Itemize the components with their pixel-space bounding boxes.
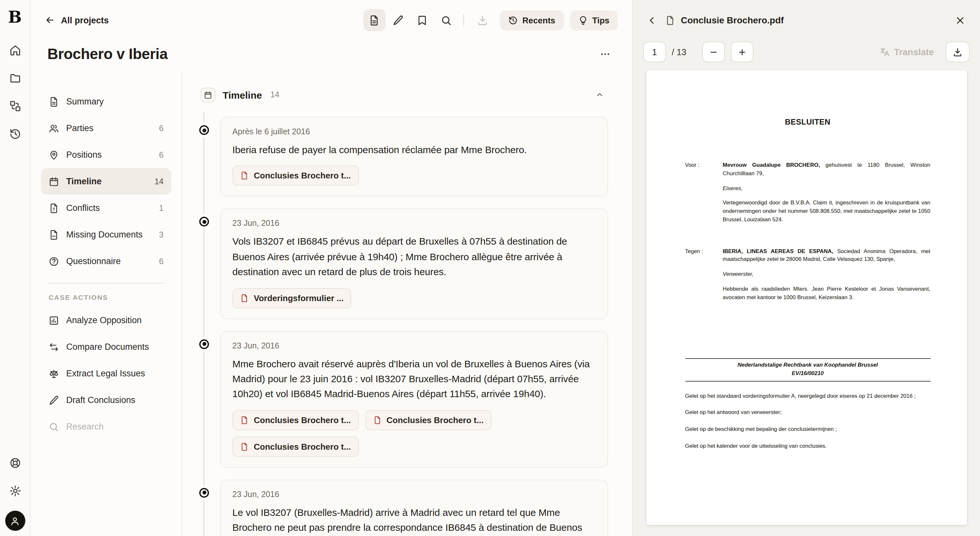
event-text: Iberia refuse de payer la compensation r… <box>232 142 596 157</box>
sidebar-item-parties[interactable]: Parties 6 <box>41 115 171 142</box>
action-draft-conclusions[interactable]: Draft Conclusions <box>41 387 171 414</box>
project-title-row: Brochero v Iberia <box>30 40 632 73</box>
question-circle-icon <box>49 256 59 266</box>
pdf-file-icon <box>240 416 248 424</box>
action-extract-legal-issues[interactable]: Extract Legal Issues <box>41 360 171 387</box>
document-icon <box>369 14 380 25</box>
timeline-list: Après le 6 juillet 2016 Iberia refuse de… <box>182 111 632 536</box>
project-title: Brochero v Iberia <box>48 45 168 63</box>
projects-button[interactable] <box>4 67 26 89</box>
viewer-filename: Conclusie Brochero.pdf <box>681 15 946 25</box>
collapse-timeline-button[interactable] <box>590 86 609 104</box>
timeline-bullet-icon <box>199 125 209 135</box>
source-document-chip[interactable]: Conclusies Brochero t... <box>232 410 359 430</box>
home-button[interactable] <box>4 39 26 61</box>
download-project-button[interactable] <box>472 9 494 31</box>
app-viewport: B All projects <box>0 0 980 536</box>
edit-button[interactable] <box>387 9 409 31</box>
timeline-bullet-icon <box>199 217 209 227</box>
close-viewer-button[interactable] <box>950 10 970 30</box>
timeline-count: 14 <box>270 90 279 99</box>
tips-button[interactable]: Tips <box>570 10 618 30</box>
research-search-icon <box>49 421 59 432</box>
pdf-gelet-block: Gelet op het standaard vorderingsformuli… <box>685 391 930 450</box>
page-total: / 13 <box>672 47 686 57</box>
pdf-file-icon <box>240 172 248 180</box>
zoom-in-button[interactable] <box>730 41 753 62</box>
folder-icon <box>9 72 21 84</box>
integrations-button[interactable] <box>4 95 26 117</box>
help-button[interactable] <box>4 452 26 474</box>
timeline-entry: 23 Jun, 2016 Vols IB3207 et IB6845 prévu… <box>220 208 608 319</box>
action-compare-documents[interactable]: Compare Documents <box>41 334 171 360</box>
page-number-input[interactable] <box>643 41 666 62</box>
pdf-page: BESLUITEN Voor : Mevrouw Guadalupe BROCH… <box>646 71 967 525</box>
sidebar-item-questionnaire[interactable]: Questionnaire 6 <box>41 248 171 275</box>
sidebar-item-missing-documents[interactable]: Missing Documents 3 <box>41 221 171 248</box>
recents-button[interactable]: Recents <box>500 10 564 30</box>
connected-blocks-icon <box>9 100 21 112</box>
timeline-header: Timeline 14 <box>182 73 632 111</box>
timeline-bullet-icon <box>199 488 209 498</box>
pdf-file-icon <box>240 442 248 451</box>
back-to-projects-button[interactable]: All projects <box>45 15 109 25</box>
search-button[interactable] <box>436 9 458 31</box>
timeline-title: Timeline <box>223 89 262 100</box>
case-actions-heading: CASE ACTIONS <box>41 285 171 307</box>
project-more-button[interactable] <box>595 43 615 64</box>
zoom-out-button[interactable] <box>702 41 725 62</box>
timeline-entry: Après le 6 juillet 2016 Iberia refuse de… <box>220 117 608 197</box>
action-research[interactable]: Research <box>41 414 171 440</box>
summary-document-icon <box>49 96 59 107</box>
document-view-button[interactable] <box>363 9 385 31</box>
event-date: Après le 6 juillet 2016 <box>232 127 596 136</box>
event-text: Le vol IB3207 (Bruxelles-Madrid) arrive … <box>232 504 596 536</box>
close-icon <box>955 14 966 25</box>
translate-button[interactable]: Translate <box>879 47 934 57</box>
bookmark-button[interactable] <box>412 9 434 31</box>
sidebar-item-positions[interactable]: Positions 6 <box>41 142 171 168</box>
timeline-card[interactable]: 23 Jun, 2016 Mme Brochero avait réservé … <box>220 331 608 468</box>
sidebar-item-summary[interactable]: Summary <box>41 88 171 115</box>
settings-button[interactable] <box>4 480 26 502</box>
sidebar-item-conflicts[interactable]: Conflicts 1 <box>41 195 171 221</box>
timeline-calendar-icon <box>200 87 215 102</box>
app-rail: B <box>0 0 30 536</box>
viewer-toolbar: / 13 Translate <box>633 40 980 71</box>
chevron-up-icon <box>595 90 604 99</box>
history-button[interactable] <box>4 122 26 145</box>
search-icon <box>441 14 452 25</box>
main-panel: All projects Recents <box>30 0 633 536</box>
source-document-chip[interactable]: Conclusies Brochero t... <box>365 410 491 430</box>
scale-icon <box>49 368 59 379</box>
source-document-chip[interactable]: Conclusies Brochero t... <box>232 166 359 186</box>
translate-icon <box>879 47 889 57</box>
timeline-card[interactable]: 23 Jun, 2016 Le vol IB3207 (Bruxelles-Ma… <box>220 479 608 536</box>
timeline-card[interactable]: Après le 6 juillet 2016 Iberia refuse de… <box>220 117 608 197</box>
source-document-chip[interactable]: Conclusies Brochero t... <box>232 436 359 456</box>
calendar-icon <box>49 176 59 186</box>
download-icon <box>953 47 963 57</box>
timeline-section: Timeline 14 Après le 6 juillet 2016 Iber… <box>182 73 632 536</box>
source-document-chip[interactable]: Vorderingsformulier ... <box>232 288 352 308</box>
action-analyze-opposition[interactable]: Analyze Opposition <box>41 307 171 334</box>
event-text: Vols IB3207 et IB6845 prévus au départ d… <box>232 234 596 279</box>
timeline-card[interactable]: 23 Jun, 2016 Vols IB3207 et IB6845 prévu… <box>220 208 608 319</box>
download-pdf-button[interactable] <box>946 41 970 62</box>
event-date: 23 Jun, 2016 <box>232 490 596 499</box>
pencil-icon <box>393 14 404 25</box>
timeline-entry: 23 Jun, 2016 Mme Brochero avait réservé … <box>220 331 608 468</box>
viewer-header: Conclusie Brochero.pdf <box>633 0 980 40</box>
draft-pencil-icon <box>49 395 59 405</box>
viewer-back-button[interactable] <box>641 10 662 30</box>
pdf-scroll-area[interactable]: BESLUITEN Voor : Mevrouw Guadalupe BROCH… <box>633 71 980 536</box>
case-sidebar: Summary Parties 6 Positions 6 Timeline 1… <box>30 73 182 536</box>
arrow-left-icon <box>45 15 55 25</box>
bookmark-icon <box>417 14 428 25</box>
sidebar-item-timeline[interactable]: Timeline 14 <box>41 168 171 195</box>
pdf-file-icon <box>240 294 248 302</box>
user-avatar[interactable] <box>5 511 25 531</box>
ellipsis-icon <box>599 48 610 59</box>
event-date: 23 Jun, 2016 <box>232 219 596 228</box>
download-icon <box>477 14 488 25</box>
